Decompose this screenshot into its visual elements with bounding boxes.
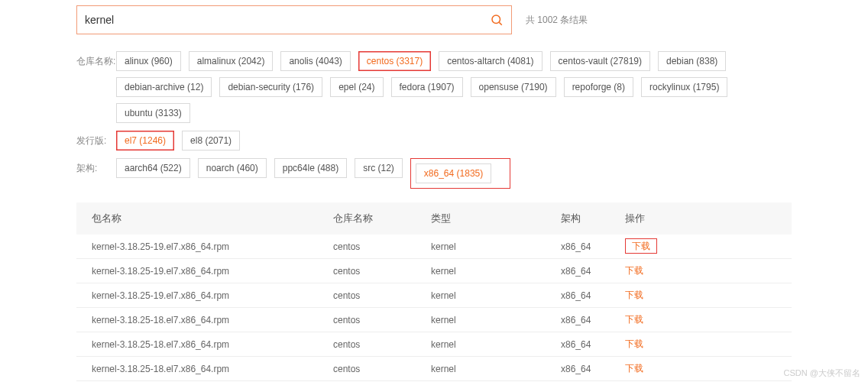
repo-tag[interactable]: epel (24) [330, 77, 383, 97]
arch-tag[interactable]: x86_64 (1835) [416, 163, 491, 183]
col-header-pkg: 包名称 [92, 212, 333, 225]
table-row: kernel-3.18.25-18.el7.x86_64.rpmcentoske… [76, 332, 792, 357]
arch-tag[interactable]: src (12) [355, 158, 403, 178]
cell-action: 下载 [625, 289, 671, 302]
repo-tag[interactable]: opensuse (7190) [471, 77, 556, 97]
repo-tag[interactable]: centos (3317) [358, 51, 431, 71]
search-icon[interactable] [490, 13, 504, 27]
repo-tag[interactable]: centos-altarch (4081) [439, 51, 542, 71]
table-row: kernel-3.18.25-19.el7.x86_64.rpmcentoske… [76, 235, 792, 259]
table-row: kernel-3.18.25-18.el7.x86_64.rpmcentoske… [76, 308, 792, 332]
search-input[interactable] [85, 14, 490, 26]
cell-arch: x86_64 [561, 315, 625, 325]
cell-arch: x86_64 [561, 241, 625, 252]
cell-type: kernel [431, 315, 561, 325]
filter-dist-row: 发行版: el7 (1246)el8 (2071) [76, 131, 792, 151]
svg-line-1 [499, 22, 501, 24]
download-link[interactable]: 下载 [625, 338, 643, 349]
repo-tag[interactable]: alinux (960) [116, 51, 181, 71]
repo-tag[interactable]: debian-security (176) [219, 77, 322, 97]
watermark: CSDN @大侠不留名 [784, 367, 860, 379]
svg-point-0 [492, 15, 500, 24]
arch-highlight: x86_64 (1835) [410, 158, 510, 189]
cell-pkg: kernel-3.18.25-19.el7.x86_64.rpm [92, 241, 333, 252]
arch-tag[interactable]: ppc64le (488) [274, 158, 347, 178]
cell-action: 下载 [625, 362, 671, 375]
cell-pkg: kernel-3.18.25-18.el7.x86_64.rpm [92, 364, 333, 374]
cell-action: 下载 [625, 338, 671, 351]
cell-arch: x86_64 [561, 266, 625, 277]
download-link[interactable]: 下载 [625, 290, 643, 300]
repo-tag[interactable]: debian (838) [658, 51, 726, 71]
cell-type: kernel [431, 266, 561, 277]
repo-tag[interactable]: almalinux (2042) [189, 51, 274, 71]
filter-repo-label: 仓库名称: [76, 51, 116, 71]
cell-action: 下载 [625, 240, 671, 253]
cell-repo: centos [333, 241, 431, 252]
cell-arch: x86_64 [561, 339, 625, 350]
repo-tag[interactable]: centos-vault (27819) [550, 51, 650, 71]
cell-pkg: kernel-3.18.25-19.el7.x86_64.rpm [92, 290, 333, 301]
repo-tag[interactable]: ubuntu (3133) [116, 103, 190, 123]
download-link[interactable]: 下载 [625, 363, 643, 374]
cell-type: kernel [431, 339, 561, 350]
cell-repo: centos [333, 290, 431, 301]
cell-repo: centos [333, 364, 431, 374]
download-link[interactable]: 下载 [625, 314, 643, 325]
cell-action: 下载 [625, 264, 671, 277]
col-header-repo: 仓库名称 [333, 212, 431, 225]
table-row: kernel-3.18.25-19.el7.x86_64.rpmcentoske… [76, 259, 792, 283]
table-row: kernel-3.18.25-19.el7.x86_64.rpmcentoske… [76, 283, 792, 308]
table-row: kernel-3.18.25-18.el7.x86_64.rpmcentoske… [76, 357, 792, 381]
cell-arch: x86_64 [561, 364, 625, 374]
arch-tag[interactable]: noarch (460) [198, 158, 267, 178]
dist-tag[interactable]: el8 (2071) [182, 131, 240, 151]
cell-pkg: kernel-3.18.25-18.el7.x86_64.rpm [92, 315, 333, 325]
search-box[interactable] [76, 5, 512, 34]
cell-pkg: kernel-3.18.25-18.el7.x86_64.rpm [92, 339, 333, 350]
arch-tag[interactable]: aarch64 (522) [116, 158, 190, 178]
repo-tag[interactable]: repoforge (8) [564, 77, 633, 97]
results-table: 包名称 仓库名称 类型 架构 操作 kernel-3.18.25-19.el7.… [76, 202, 792, 382]
cell-repo: centos [333, 339, 431, 350]
col-header-type: 类型 [431, 212, 561, 225]
cell-pkg: kernel-3.18.25-19.el7.x86_64.rpm [92, 266, 333, 277]
repo-tag[interactable]: rockylinux (1795) [641, 77, 727, 97]
col-header-arch: 架构 [561, 212, 625, 225]
repo-tag[interactable]: debian-archive (12) [116, 77, 212, 97]
filter-arch-row: 架构: aarch64 (522)noarch (460)ppc64le (48… [76, 158, 792, 189]
result-count: 共 1002 条结果 [526, 14, 588, 27]
col-header-act: 操作 [625, 212, 671, 225]
download-link[interactable]: 下载 [625, 238, 657, 254]
repo-tag[interactable]: fedora (1907) [391, 77, 463, 97]
cell-arch: x86_64 [561, 290, 625, 301]
table-header: 包名称 仓库名称 类型 架构 操作 [76, 202, 792, 235]
search-row: 共 1002 条结果 [76, 5, 792, 34]
dist-tag[interactable]: el7 (1246) [116, 131, 174, 151]
cell-repo: centos [333, 315, 431, 325]
filter-dist-label: 发行版: [76, 131, 116, 151]
filter-arch-label: 架构: [76, 158, 116, 178]
cell-action: 下载 [625, 313, 671, 326]
repo-tag[interactable]: anolis (4043) [280, 51, 350, 71]
cell-type: kernel [431, 364, 561, 374]
cell-type: kernel [431, 290, 561, 301]
cell-repo: centos [333, 266, 431, 277]
download-link[interactable]: 下载 [625, 265, 643, 276]
cell-type: kernel [431, 241, 561, 252]
filter-repo-row: 仓库名称: alinux (960)almalinux (2042)anolis… [76, 51, 792, 123]
